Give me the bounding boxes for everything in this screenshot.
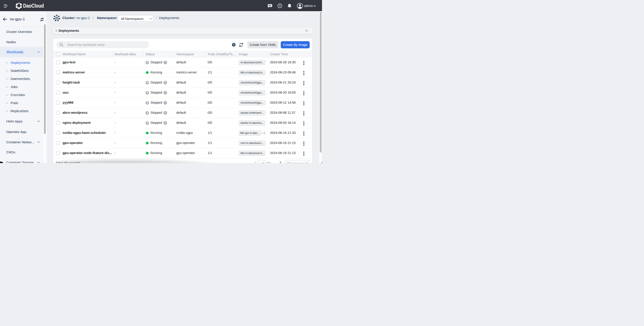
svg-text:?: ? xyxy=(279,4,281,7)
